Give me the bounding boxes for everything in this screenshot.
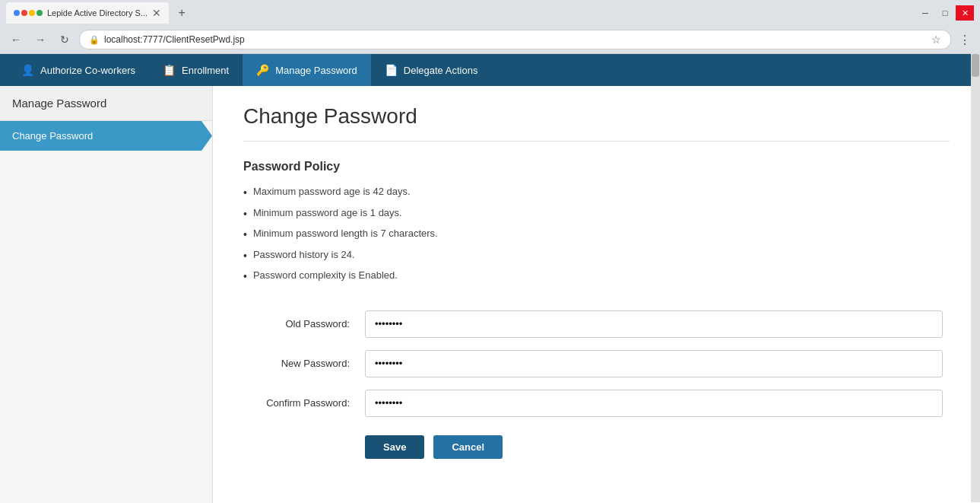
password-form: Old Password: New Password: Confirm Pass… bbox=[243, 310, 950, 459]
sidebar-item-label: Change Password bbox=[12, 130, 93, 142]
nav-label-enrollment: Enrollment bbox=[182, 65, 229, 76]
title-bar: Lepide Active Directory S... ✕ + ─ □ ✕ bbox=[0, 0, 980, 26]
save-button[interactable]: Save bbox=[365, 435, 424, 459]
old-password-row: Old Password: bbox=[243, 310, 950, 338]
authorize-icon: 👤 bbox=[21, 64, 34, 76]
nav-item-enrollment[interactable]: 📋 Enrollment bbox=[149, 54, 243, 86]
lock-icon: 🔒 bbox=[89, 35, 100, 45]
policy-item: Password history is 24. bbox=[243, 246, 950, 267]
confirm-password-input[interactable] bbox=[365, 390, 943, 417]
confirm-password-row: Confirm Password: bbox=[243, 390, 950, 417]
policy-item: Maximum password age is 42 days. bbox=[243, 183, 950, 204]
main-content: Change Password Password Policy Maximum … bbox=[213, 86, 980, 503]
forward-button[interactable]: → bbox=[30, 30, 50, 49]
policy-item: Minimum password age is 1 days. bbox=[243, 204, 950, 225]
scrollbar-thumb[interactable] bbox=[972, 54, 979, 77]
app-nav: 👤 Authorize Co-workers 📋 Enrollment 🔑 Ma… bbox=[0, 54, 980, 86]
nav-label-delegate-actions: Delegate Actions bbox=[404, 65, 478, 76]
policy-item: Password complexity is Enabled. bbox=[243, 266, 950, 288]
manage-password-icon: 🔑 bbox=[256, 64, 269, 76]
browser-chrome: Lepide Active Directory S... ✕ + ─ □ ✕ ←… bbox=[0, 0, 980, 54]
delegate-icon: 📄 bbox=[385, 64, 398, 76]
back-button[interactable]: ← bbox=[6, 30, 26, 49]
nav-item-delegate-actions[interactable]: 📄 Delegate Actions bbox=[371, 54, 492, 86]
nav-item-authorize[interactable]: 👤 Authorize Co-workers bbox=[8, 54, 149, 86]
browser-menu-button[interactable]: ⋮ bbox=[956, 33, 974, 47]
url-bar[interactable]: 🔒 localhost:7777/ClientResetPwd.jsp ☆ bbox=[79, 30, 951, 49]
policy-item-text: Minimum password age is 1 days. bbox=[253, 207, 402, 218]
policy-item-text: Password complexity is Enabled. bbox=[253, 269, 398, 281]
minimize-button[interactable]: ─ bbox=[916, 5, 934, 21]
policy-item-text: Password history is 24. bbox=[253, 249, 355, 260]
url-text: localhost:7777/ClientResetPwd.jsp bbox=[104, 34, 927, 45]
maximize-button[interactable]: □ bbox=[936, 5, 954, 21]
new-password-row: New Password: bbox=[243, 350, 950, 377]
url-actions: ☆ bbox=[931, 33, 941, 46]
policy-item-text: Minimum password length is 7 characters. bbox=[253, 228, 438, 239]
old-password-input[interactable] bbox=[365, 310, 943, 338]
policy-list: Maximum password age is 42 days. Minimum… bbox=[243, 183, 950, 288]
sidebar-item-change-password[interactable]: Change Password bbox=[0, 121, 212, 151]
password-policy-section: Password Policy Maximum password age is … bbox=[243, 160, 950, 288]
enrollment-icon: 📋 bbox=[163, 64, 176, 76]
cancel-button[interactable]: Cancel bbox=[433, 435, 503, 459]
tab-logo bbox=[14, 10, 43, 16]
nav-label-authorize: Authorize Co-workers bbox=[40, 65, 135, 76]
nav-item-manage-password[interactable]: 🔑 Manage Password bbox=[243, 54, 371, 86]
window-controls: ─ □ ✕ bbox=[916, 5, 974, 21]
close-button[interactable]: ✕ bbox=[956, 5, 974, 21]
old-password-label: Old Password: bbox=[243, 318, 350, 329]
page-title: Change Password bbox=[243, 104, 950, 142]
tab-title: Lepide Active Directory S... bbox=[47, 8, 147, 18]
new-tab-button[interactable]: + bbox=[172, 3, 192, 23]
new-password-input[interactable] bbox=[365, 350, 943, 377]
form-actions: Save Cancel bbox=[243, 435, 950, 459]
bookmark-icon[interactable]: ☆ bbox=[931, 33, 941, 46]
browser-tab[interactable]: Lepide Active Directory S... ✕ bbox=[6, 2, 169, 24]
new-password-label: New Password: bbox=[243, 358, 350, 369]
confirm-password-label: Confirm Password: bbox=[243, 397, 350, 409]
nav-label-manage-password: Manage Password bbox=[275, 65, 357, 76]
policy-item: Minimum password length is 7 characters. bbox=[243, 224, 950, 246]
scrollbar[interactable] bbox=[971, 53, 980, 502]
reload-button[interactable]: ↻ bbox=[55, 30, 75, 49]
app-body: Manage Password Change Password Change P… bbox=[0, 86, 980, 503]
address-bar: ← → ↻ 🔒 localhost:7777/ClientResetPwd.js… bbox=[0, 26, 980, 53]
tab-close-button[interactable]: ✕ bbox=[152, 8, 161, 18]
policy-item-text: Maximum password age is 42 days. bbox=[253, 186, 411, 197]
sidebar-header: Manage Password bbox=[0, 86, 212, 121]
sidebar: Manage Password Change Password bbox=[0, 86, 213, 503]
policy-title: Password Policy bbox=[243, 160, 950, 174]
